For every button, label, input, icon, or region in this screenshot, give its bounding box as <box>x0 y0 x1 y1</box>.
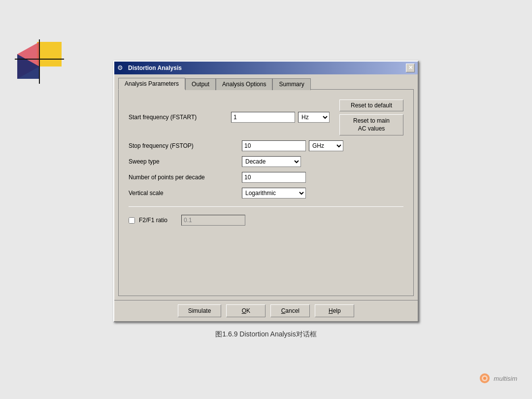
help-button[interactable]: Help <box>315 304 354 317</box>
tab-analysis-parameters[interactable]: Analysis Parameters <box>118 78 185 90</box>
svg-point-7 <box>483 377 486 380</box>
stop-frequency-unit-select[interactable]: Hz kHz MHz GHz <box>309 140 343 151</box>
reset-main-ac-line2: AC values <box>358 125 385 132</box>
tabs-bar: Analysis Parameters Output Analysis Opti… <box>114 74 418 89</box>
sweep-type-row: Sweep type Decade Octave Linear <box>129 156 403 167</box>
watermark-text: multisim <box>494 375 517 382</box>
help-label: Help <box>329 307 341 314</box>
start-frequency-unit-select[interactable]: Hz kHz MHz GHz <box>298 112 330 123</box>
stop-frequency-row: Stop frequency (FSTOP) Hz kHz MHz GHz <box>129 140 403 151</box>
dialog-footer: Simulate OK Cancel Help <box>114 300 418 321</box>
caption: 图1.6.9 Distortion Analysis对话框 <box>215 330 316 339</box>
start-frequency-row: Start frequency (FSTART) Hz kHz MHz GHz … <box>129 100 403 136</box>
num-points-label: Number of points per decade <box>129 174 242 181</box>
sweep-type-select[interactable]: Decade Octave Linear <box>242 156 301 167</box>
separator <box>129 206 403 207</box>
stop-frequency-input[interactable] <box>242 140 306 151</box>
title-bar-icon: ⚙ <box>117 64 125 72</box>
dialog-content: Start frequency (FSTART) Hz kHz MHz GHz … <box>118 89 414 296</box>
cancel-label: Cancel <box>281 307 299 314</box>
ok-button[interactable]: OK <box>226 304 266 317</box>
sweep-type-label: Sweep type <box>129 158 242 165</box>
f2f1-ratio-row: F2/F1 ratio <box>129 215 403 226</box>
simulate-button[interactable]: Simulate <box>178 304 222 317</box>
dialog-title: Distortion Analysis <box>128 65 182 71</box>
num-points-input[interactable] <box>242 172 306 183</box>
close-button[interactable]: ✕ <box>406 64 415 72</box>
reset-main-ac-line1: Reset to main <box>353 117 390 124</box>
vertical-scale-row: Vertical scale Logarithmic Linear Decibe… <box>129 188 403 199</box>
title-bar: ⚙ Distortion Analysis ✕ <box>114 62 418 74</box>
f2f1-checkbox[interactable] <box>129 217 135 224</box>
f2f1-input[interactable] <box>181 215 245 226</box>
reset-main-ac-button[interactable]: Reset to main AC values <box>339 114 403 136</box>
f2f1-label: F2/F1 ratio <box>139 217 167 224</box>
cancel-button[interactable]: Cancel <box>270 304 310 317</box>
reset-default-button[interactable]: Reset to default <box>339 100 403 111</box>
app-logo <box>15 39 64 89</box>
right-buttons: Reset to default Reset to main AC values <box>330 100 403 136</box>
svg-rect-0 <box>37 42 62 66</box>
multisim-icon <box>479 372 491 384</box>
ok-label: OK <box>242 307 250 314</box>
vertical-scale-select[interactable]: Logarithmic Linear Decibel <box>242 188 306 199</box>
vertical-scale-label: Vertical scale <box>129 190 242 197</box>
stop-frequency-label: Stop frequency (FSTOP) <box>129 142 242 149</box>
num-points-row: Number of points per decade <box>129 172 403 183</box>
tab-output[interactable]: Output <box>185 78 216 90</box>
dialog-window: ⚙ Distortion Analysis ✕ Analysis Paramet… <box>113 61 419 322</box>
watermark: multisim <box>479 372 517 384</box>
tab-summary[interactable]: Summary <box>272 78 310 90</box>
tab-analysis-options[interactable]: Analysis Options <box>216 78 272 90</box>
start-frequency-label: Start frequency (FSTART) <box>129 114 231 121</box>
start-frequency-input[interactable] <box>231 112 295 123</box>
